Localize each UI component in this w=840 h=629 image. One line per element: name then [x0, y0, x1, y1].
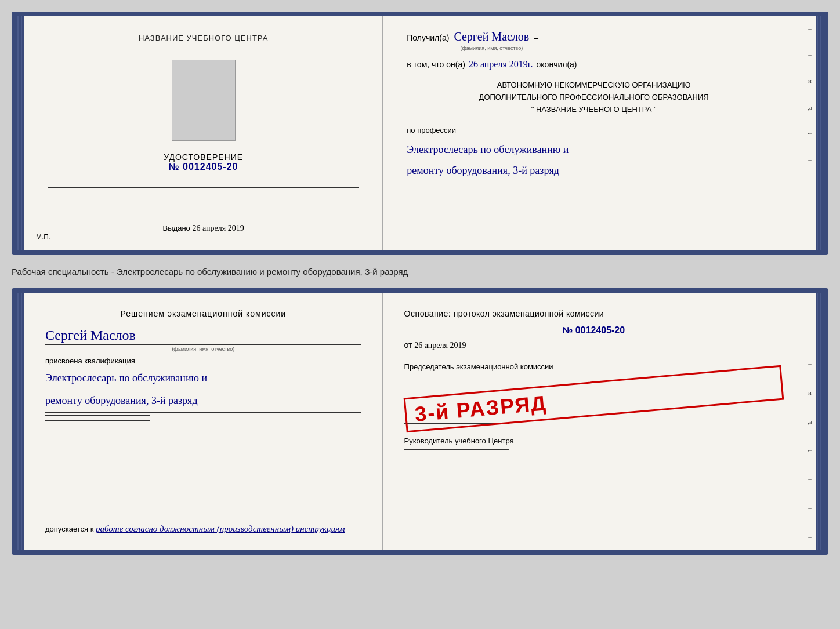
dash-1: –	[534, 33, 538, 42]
vtom-label: в том, что он(а)	[407, 60, 465, 69]
cert-spine-left	[16, 16, 24, 250]
poluchil-label: Получил(а)	[407, 33, 449, 42]
ind2-dash-3: –	[808, 360, 812, 367]
qual-name-block: Сергей Маслов (фамилия, имя, отчество)	[45, 328, 361, 352]
cert-spine-right	[816, 16, 824, 250]
qual-spine-left	[16, 293, 24, 550]
ind2-a: ,а	[808, 418, 812, 425]
udostoverenie-block: УДОСТОВЕРЕНИЕ № 0012405-20	[164, 152, 243, 172]
osnovanie-text: Основание: протокол экзаменационной коми…	[404, 309, 783, 318]
profession-block: Электрослесарь по обслуживанию и ремонту…	[407, 140, 781, 181]
udostoverenie-label: УДОСТОВЕРЕНИЕ	[164, 152, 243, 162]
vydano-label: Выдано	[163, 224, 190, 232]
right-indicators-2: – – – и ,а ← – – –	[804, 293, 816, 550]
signature-line-2	[45, 420, 150, 421]
proto-prefix: №	[562, 325, 573, 335]
number-prefix: №	[169, 162, 180, 172]
stamp-text: 3-й РАЗРЯД	[414, 371, 774, 427]
ind2-dash-5: –	[808, 504, 812, 511]
org-name-line: " НАЗВАНИЕ УЧЕБНОГО ЦЕНТРА "	[407, 104, 781, 116]
po-professii-label: по профессии	[407, 126, 781, 134]
okonchil-label: окончил(а)	[537, 60, 577, 69]
ind2-dash-1: –	[808, 303, 812, 310]
qual-line1: Электрослесарь по обслуживанию и	[45, 368, 361, 390]
prisvoena-label: присвоена квалификация	[45, 357, 361, 365]
qual-spine-right	[816, 293, 824, 550]
number-value: 0012405-20	[183, 162, 238, 172]
qual-line2: ремонту оборудования, 3-й разряд	[45, 390, 361, 413]
certificate-document: НАЗВАНИЕ УЧЕБНОГО ЦЕНТРА УДОСТОВЕРЕНИЕ №…	[12, 12, 828, 255]
recipient-name: Сергей Маслов	[454, 30, 529, 45]
ot-date-val: 26 апреля 2019	[414, 341, 466, 350]
recipient-line: Получил(а) Сергей Маслов (фамилия, имя, …	[407, 30, 781, 51]
org-quote1: "	[531, 105, 534, 114]
indicator-arrow: ←	[807, 130, 813, 137]
ind2-dash-6: –	[808, 533, 812, 540]
udostoverenie-number: № 0012405-20	[164, 162, 243, 172]
ot-label: от	[404, 340, 412, 350]
right-indicators-1: – – и ,а ← – – – –	[804, 16, 816, 250]
vtom-line: в том, что он(а) 26 апреля 2019г. окончи…	[407, 59, 781, 71]
indicator-dash-1: –	[808, 25, 812, 32]
ind2-arrow: ←	[807, 447, 813, 454]
qual-profession-block: Электрослесарь по обслуживанию и ремонту…	[45, 368, 361, 413]
qual-left-panel: Решением экзаменационной комиссии Сергей…	[24, 293, 383, 550]
photo-placeholder	[172, 60, 236, 141]
protocol-number: № 0012405-20	[404, 325, 783, 336]
indicator-dash-3: –	[808, 156, 812, 163]
profession-line1: Электрослесарь по обслуживанию и	[407, 140, 781, 161]
dopuskaetsya-label: допускается к	[45, 525, 93, 533]
indicator-a: ,а	[808, 104, 812, 111]
indicator-dash-4: –	[808, 183, 812, 190]
resheniem-title: Решением экзаменационной комиссии	[45, 309, 361, 318]
divider-1	[48, 187, 359, 188]
ind2-dash-4: –	[808, 475, 812, 482]
qualification-stamp: 3-й РАЗРЯД	[403, 365, 784, 433]
cert-left-panel: НАЗВАНИЕ УЧЕБНОГО ЦЕНТРА УДОСТОВЕРЕНИЕ №…	[24, 16, 383, 250]
qual-name: Сергей Маслов	[45, 328, 361, 345]
org-line2: ДОПОЛНИТЕЛЬНОГО ПРОФЕССИОНАЛЬНОГО ОБРАЗО…	[407, 92, 781, 104]
page-wrapper: НАЗВАНИЕ УЧЕБНОГО ЦЕНТРА УДОСТОВЕРЕНИЕ №…	[12, 12, 828, 555]
dopuskaetsya-section: допускается к работе согласно должностны…	[45, 524, 361, 534]
org-name: НАЗВАНИЕ УЧЕБНОГО ЦЕНТРА	[536, 105, 651, 114]
specialty-label: Рабочая специальность - Электрослесарь п…	[12, 264, 828, 279]
indicator-dash-6: –	[808, 235, 812, 242]
ot-date-block: от 26 апреля 2019	[404, 340, 783, 350]
mp-label: М.П.	[36, 233, 50, 241]
proto-number: 0012405-20	[575, 325, 625, 335]
profession-line2: ремонту оборудования, 3-й разряд	[407, 161, 781, 181]
qual-right-panel: Основание: протокол экзаменационной коми…	[383, 293, 804, 550]
fio-label-2: (фамилия, имя, отчество)	[45, 346, 361, 352]
center-title-top: НАЗВАНИЕ УЧЕБНОГО ЦЕНТРА	[139, 34, 268, 42]
vydano-date: 26 апреля 2019	[192, 224, 244, 232]
fio-label-1: (фамилия, имя, отчество)	[454, 45, 529, 51]
ind2-i: и	[808, 389, 812, 396]
ind2-dash-2: –	[808, 332, 812, 339]
signature-line-4	[404, 449, 509, 450]
qualification-document: Решением экзаменационной комиссии Сергей…	[12, 288, 828, 555]
org-quote2: "	[654, 105, 657, 114]
vtom-date: 26 апреля 2019г.	[469, 59, 533, 71]
rukovoditel-label: Руководитель учебного Центра	[404, 435, 783, 447]
dopuskaetsya-value: работе согласно должностным (производств…	[96, 524, 345, 533]
vydano-block: Выдано 26 апреля 2019	[163, 224, 244, 233]
indicator-i: и	[808, 77, 812, 84]
indicator-dash-5: –	[808, 209, 812, 216]
signature-line-1	[45, 415, 150, 416]
org-line1: АВТОНОМНУЮ НЕКОММЕРЧЕСКУЮ ОРГАНИЗАЦИЮ	[407, 79, 781, 92]
org-text-block: АВТОНОМНУЮ НЕКОММЕРЧЕСКУЮ ОРГАНИЗАЦИЮ ДО…	[407, 79, 781, 115]
cert-right-panel: Получил(а) Сергей Маслов (фамилия, имя, …	[383, 16, 804, 250]
indicator-dash-2: –	[808, 51, 812, 58]
recipient-name-block: Сергей Маслов (фамилия, имя, отчество)	[454, 30, 529, 51]
